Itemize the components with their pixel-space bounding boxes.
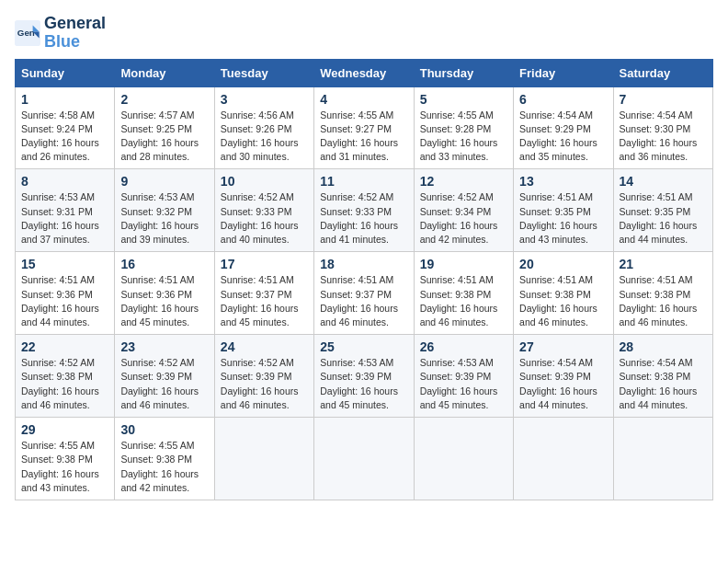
table-row: 4Sunrise: 4:55 AMSunset: 9:27 PMDaylight…: [314, 86, 414, 169]
day-info: Sunrise: 4:51 AMSunset: 9:38 PMDaylight:…: [519, 273, 607, 329]
day-number: 7: [620, 92, 707, 107]
day-info: Sunrise: 4:53 AMSunset: 9:32 PMDaylight:…: [120, 190, 208, 247]
day-number: 30: [120, 422, 208, 437]
day-info: Sunrise: 4:51 AMSunset: 9:38 PMDaylight:…: [620, 273, 707, 329]
day-info: Sunrise: 4:55 AMSunset: 9:38 PMDaylight:…: [120, 439, 208, 495]
svg-text:Gen: Gen: [17, 28, 35, 38]
day-number: 23: [120, 339, 208, 354]
logo-text: General Blue: [44, 15, 106, 52]
day-info: Sunrise: 4:51 AMSunset: 9:35 PMDaylight:…: [519, 190, 607, 247]
page-header: Gen General Blue: [15, 15, 713, 52]
day-info: Sunrise: 4:51 AMSunset: 9:36 PMDaylight:…: [120, 273, 208, 329]
table-row: 11Sunrise: 4:52 AMSunset: 9:33 PMDayligh…: [314, 169, 414, 252]
day-info: Sunrise: 4:51 AMSunset: 9:36 PMDaylight:…: [21, 273, 108, 329]
day-number: 27: [519, 339, 607, 354]
calendar-table: SundayMondayTuesdayWednesdayThursdayFrid…: [15, 59, 713, 500]
day-number: 3: [221, 92, 308, 107]
table-row: 5Sunrise: 4:55 AMSunset: 9:28 PMDaylight…: [414, 86, 513, 169]
day-number: 9: [120, 174, 208, 189]
day-info: Sunrise: 4:58 AMSunset: 9:24 PMDaylight:…: [21, 109, 108, 165]
table-row: 20Sunrise: 4:51 AMSunset: 9:38 PMDayligh…: [514, 252, 613, 335]
day-number: 10: [221, 174, 308, 189]
day-info: Sunrise: 4:54 AMSunset: 9:30 PMDaylight:…: [620, 109, 707, 165]
table-row: 3Sunrise: 4:56 AMSunset: 9:26 PMDaylight…: [214, 86, 313, 169]
table-row: [214, 418, 313, 500]
table-row: 12Sunrise: 4:52 AMSunset: 9:34 PMDayligh…: [414, 169, 513, 252]
table-row: 1Sunrise: 4:58 AMSunset: 9:24 PMDaylight…: [16, 86, 115, 169]
table-row: 18Sunrise: 4:51 AMSunset: 9:37 PMDayligh…: [314, 252, 414, 335]
day-info: Sunrise: 4:51 AMSunset: 9:37 PMDaylight:…: [221, 273, 308, 329]
day-number: 11: [320, 174, 407, 189]
table-row: [314, 418, 414, 500]
day-info: Sunrise: 4:51 AMSunset: 9:35 PMDaylight:…: [620, 190, 707, 247]
day-info: Sunrise: 4:52 AMSunset: 9:33 PMDaylight:…: [221, 190, 308, 247]
table-row: 8Sunrise: 4:53 AMSunset: 9:31 PMDaylight…: [16, 169, 115, 252]
day-number: 24: [221, 339, 308, 354]
day-number: 26: [420, 339, 507, 354]
table-row: 9Sunrise: 4:53 AMSunset: 9:32 PMDaylight…: [115, 169, 214, 252]
day-info: Sunrise: 4:55 AMSunset: 9:38 PMDaylight:…: [21, 439, 108, 495]
col-header-tuesday: Tuesday: [214, 59, 313, 86]
table-row: [414, 418, 513, 500]
day-info: Sunrise: 4:53 AMSunset: 9:39 PMDaylight:…: [320, 356, 407, 412]
day-number: 6: [519, 92, 607, 107]
logo: Gen General Blue: [15, 15, 106, 52]
table-row: 14Sunrise: 4:51 AMSunset: 9:35 PMDayligh…: [613, 169, 712, 252]
table-row: 24Sunrise: 4:52 AMSunset: 9:39 PMDayligh…: [214, 335, 313, 418]
day-info: Sunrise: 4:54 AMSunset: 9:29 PMDaylight:…: [519, 109, 607, 165]
table-row: [613, 418, 712, 500]
day-number: 5: [420, 92, 507, 107]
col-header-thursday: Thursday: [414, 59, 513, 86]
table-row: 21Sunrise: 4:51 AMSunset: 9:38 PMDayligh…: [613, 252, 712, 335]
table-row: 25Sunrise: 4:53 AMSunset: 9:39 PMDayligh…: [314, 335, 414, 418]
day-number: 12: [420, 174, 507, 189]
table-row: 28Sunrise: 4:54 AMSunset: 9:38 PMDayligh…: [613, 335, 712, 418]
table-row: 29Sunrise: 4:55 AMSunset: 9:38 PMDayligh…: [16, 418, 115, 500]
day-number: 21: [620, 257, 707, 271]
table-row: 30Sunrise: 4:55 AMSunset: 9:38 PMDayligh…: [115, 418, 214, 500]
day-number: 19: [420, 257, 507, 271]
day-number: 29: [21, 422, 108, 437]
table-row: 13Sunrise: 4:51 AMSunset: 9:35 PMDayligh…: [514, 169, 613, 252]
day-info: Sunrise: 4:57 AMSunset: 9:25 PMDaylight:…: [120, 109, 208, 165]
table-row: 6Sunrise: 4:54 AMSunset: 9:29 PMDaylight…: [514, 86, 613, 169]
table-row: 19Sunrise: 4:51 AMSunset: 9:38 PMDayligh…: [414, 252, 513, 335]
table-row: 23Sunrise: 4:52 AMSunset: 9:39 PMDayligh…: [115, 335, 214, 418]
day-number: 22: [21, 339, 108, 354]
day-info: Sunrise: 4:53 AMSunset: 9:31 PMDaylight:…: [21, 190, 108, 247]
table-row: 17Sunrise: 4:51 AMSunset: 9:37 PMDayligh…: [214, 252, 313, 335]
day-info: Sunrise: 4:56 AMSunset: 9:26 PMDaylight:…: [221, 109, 308, 165]
table-row: 22Sunrise: 4:52 AMSunset: 9:38 PMDayligh…: [16, 335, 115, 418]
col-header-wednesday: Wednesday: [314, 59, 414, 86]
day-info: Sunrise: 4:52 AMSunset: 9:34 PMDaylight:…: [420, 190, 507, 247]
day-number: 25: [320, 339, 407, 354]
table-row: 7Sunrise: 4:54 AMSunset: 9:30 PMDaylight…: [613, 86, 712, 169]
table-row: [514, 418, 613, 500]
day-number: 4: [320, 92, 407, 107]
day-number: 18: [320, 257, 407, 271]
col-header-sunday: Sunday: [16, 59, 115, 86]
day-number: 16: [120, 257, 208, 271]
table-row: 15Sunrise: 4:51 AMSunset: 9:36 PMDayligh…: [16, 252, 115, 335]
day-number: 17: [221, 257, 308, 271]
day-info: Sunrise: 4:55 AMSunset: 9:28 PMDaylight:…: [420, 109, 507, 165]
day-info: Sunrise: 4:55 AMSunset: 9:27 PMDaylight:…: [320, 109, 407, 165]
day-number: 1: [21, 92, 108, 107]
day-info: Sunrise: 4:51 AMSunset: 9:37 PMDaylight:…: [320, 273, 407, 329]
day-info: Sunrise: 4:54 AMSunset: 9:39 PMDaylight:…: [519, 356, 607, 412]
day-info: Sunrise: 4:52 AMSunset: 9:38 PMDaylight:…: [21, 356, 108, 412]
day-number: 8: [21, 174, 108, 189]
day-number: 14: [620, 174, 707, 189]
day-info: Sunrise: 4:52 AMSunset: 9:39 PMDaylight:…: [221, 356, 308, 412]
col-header-friday: Friday: [514, 59, 613, 86]
day-info: Sunrise: 4:52 AMSunset: 9:39 PMDaylight:…: [120, 356, 208, 412]
day-info: Sunrise: 4:52 AMSunset: 9:33 PMDaylight:…: [320, 190, 407, 247]
col-header-saturday: Saturday: [613, 59, 712, 86]
day-info: Sunrise: 4:51 AMSunset: 9:38 PMDaylight:…: [420, 273, 507, 329]
logo-icon: Gen: [15, 20, 40, 46]
day-number: 13: [519, 174, 607, 189]
col-header-monday: Monday: [115, 59, 214, 86]
day-info: Sunrise: 4:53 AMSunset: 9:39 PMDaylight:…: [420, 356, 507, 412]
day-info: Sunrise: 4:54 AMSunset: 9:38 PMDaylight:…: [620, 356, 707, 412]
table-row: 2Sunrise: 4:57 AMSunset: 9:25 PMDaylight…: [115, 86, 214, 169]
